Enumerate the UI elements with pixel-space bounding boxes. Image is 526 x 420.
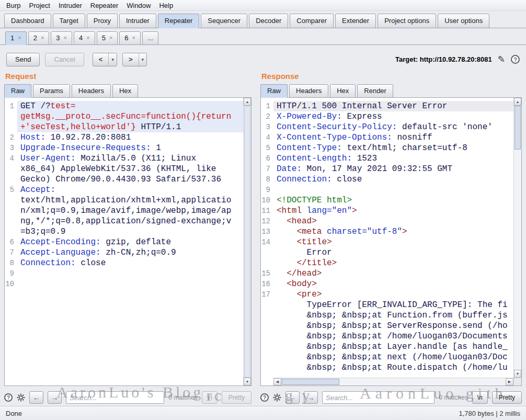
code-line: &nbsp; &nbsp;at Layer.handle [as handle_ [273,342,513,352]
line-number: 3 [5,143,17,153]
cancel-button[interactable]: Cancel [45,53,84,66]
line-number [5,216,17,226]
tab-close-icon[interactable]: × [41,35,44,41]
line-number: 14 [261,237,273,247]
response-newline-toggle[interactable]: \n [472,391,488,404]
tab-target[interactable]: Target [53,14,85,28]
code-line: &nbsp; &nbsp;at ServerResponse.send (/ho [273,321,513,331]
response-code-row: Error [261,247,513,258]
repeater-tab-6[interactable]: 6× [119,31,141,45]
menu-item-burp[interactable]: Burp [2,1,25,10]
response-code-row: &nbsp; &nbsp;at next (/home/luogan03/Doc [261,352,513,362]
request-newline-toggle[interactable]: \n [202,391,218,404]
response-search-bar: ? ← → 0 matches \n Pretty [260,389,522,406]
tab-extender[interactable]: Extender [335,14,376,28]
request-pretty-button[interactable]: Pretty [222,391,251,404]
request-search-bar: ? ← → 0 matches \n Pretty [4,389,251,406]
search-help-icon[interactable]: ? [4,393,13,402]
menu-item-intruder[interactable]: Intruder [54,1,86,10]
request-vertical-scrollbar[interactable]: ▲ ▼ [243,98,251,385]
request-code-row: n/xml;q=0.9,image/avif,image/webp,image/… [5,206,243,216]
tab-close-icon[interactable]: × [18,35,21,41]
search-next-button[interactable]: → [304,391,318,404]
repeater-tab-4[interactable]: 4× [74,31,95,45]
tab-close-icon[interactable]: × [132,35,135,41]
tab-intruder[interactable]: Intruder [119,14,156,28]
repeater-toolbar: Send Cancel < ▾ > ▾ Target: http://10.92… [0,45,526,69]
request-tab-headers[interactable]: Headers [72,84,111,98]
response-search-input[interactable] [322,391,434,404]
repeater-tab-1[interactable]: 1× [5,31,27,45]
response-vertical-scrollbar[interactable]: ▲ ▼ [513,98,521,378]
tab-repeater[interactable]: Repeater [158,14,199,28]
request-tab-raw[interactable]: Raw [4,84,31,98]
line-number [261,321,273,331]
tab-user-options[interactable]: User options [438,14,489,28]
chevron-down-icon[interactable]: ▾ [139,53,147,66]
request-tab-hex[interactable]: Hex [112,84,138,98]
response-pretty-button[interactable]: Pretty [492,391,522,404]
repeater-tab-2[interactable]: 2× [28,31,50,45]
code-line: Content-Length: 1523 [273,153,513,164]
line-number: 10 [5,279,17,289]
search-help-icon[interactable]: ? [260,393,269,402]
gear-icon[interactable] [273,393,281,402]
line-number: 4 [261,132,273,143]
tab-project-options[interactable]: Project options [378,14,436,28]
response-tab-render[interactable]: Render [357,84,393,98]
history-forward-button[interactable]: > ▾ [122,53,147,66]
response-horizontal-scrollbar[interactable]: ◀ ▶ [273,378,513,385]
edit-target-pencil-icon[interactable]: ✎ [498,54,505,65]
menu-item-help[interactable]: Help [155,1,177,10]
response-tab-hex[interactable]: Hex [330,84,356,98]
response-scrollbar-thumb[interactable] [514,106,521,150]
menu-item-project[interactable]: Project [25,1,54,10]
response-tab-raw[interactable]: Raw [260,84,288,98]
tab-close-icon[interactable]: × [86,35,89,41]
request-tab-params[interactable]: Params [33,84,70,98]
tab-comparer[interactable]: Comparer [290,14,334,28]
repeater-tab-3[interactable]: 3× [51,31,72,45]
menu-item-window[interactable]: Window [122,1,155,10]
scroll-up-icon[interactable]: ▲ [514,98,521,106]
line-number: 1 [5,101,17,111]
response-hscrollbar-thumb[interactable] [282,379,339,385]
tab-proxy[interactable]: Proxy [87,14,118,28]
tab-close-icon[interactable]: × [109,35,112,41]
tab-dashboard[interactable]: Dashboard [4,14,51,28]
response-title: Response [260,72,522,84]
tab-sequencer[interactable]: Sequencer [201,14,247,28]
code-line: <html lang="en"> [273,206,513,216]
search-prev-button[interactable]: ← [29,391,43,404]
response-code-row: 12 <head> [261,216,513,226]
scroll-right-icon[interactable]: ▶ [506,378,513,385]
request-code-row: +'secTest,hello+world'} HTTP/1.1 [5,122,243,132]
request-editor[interactable]: 1GET /?test=getMsg.__proto__.secFunc=fun… [4,98,251,386]
repeater-tab-overflow[interactable]: ... [142,31,158,45]
history-back-button[interactable]: < ▾ [93,53,117,66]
tab-decoder[interactable]: Decoder [249,14,288,28]
scroll-left-icon[interactable]: ◀ [273,378,281,385]
send-button[interactable]: Send [6,53,40,66]
tab-close-icon[interactable]: × [64,35,67,41]
repeater-tab-5[interactable]: 5× [97,31,118,45]
help-icon[interactable]: ? [511,55,520,64]
gear-icon[interactable] [17,393,25,402]
line-number: 17 [261,289,273,300]
request-search-input[interactable] [66,391,164,404]
response-code[interactable]: 1HTTP/1.1 500 Internal Server Error2X-Po… [261,101,513,385]
search-prev-button[interactable]: ← [285,391,300,404]
scroll-down-icon[interactable]: ▼ [514,370,521,378]
request-code-row: 1GET /?test= [5,101,243,111]
response-tab-headers[interactable]: Headers [289,84,328,98]
scroll-up-icon[interactable]: ▲ [244,98,251,106]
chevron-down-icon[interactable]: ▾ [108,53,117,66]
request-code-row: 4User-Agent: Mozilla/5.0 (X11; Linux [5,153,243,164]
response-editor[interactable]: 1HTTP/1.1 500 Internal Server Error2X-Po… [260,98,522,386]
scroll-down-icon[interactable]: ▼ [244,378,251,385]
request-code[interactable]: 1GET /?test=getMsg.__proto__.secFunc=fun… [5,101,243,385]
search-next-button[interactable]: → [48,391,62,404]
request-scrollbar-thumb[interactable] [244,106,250,378]
response-code-row: </title> [261,258,513,268]
menu-item-repeater[interactable]: Repeater [86,1,122,10]
